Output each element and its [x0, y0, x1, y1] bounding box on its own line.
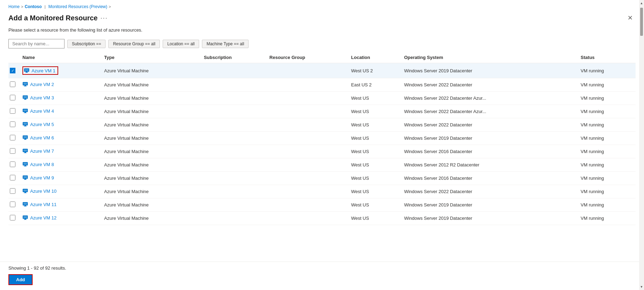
add-monitored-resource-panel: Home > Contoso | Monitored Resources (Pr… [0, 0, 644, 290]
row-os-cell: Windows Server 2019 Datacenter [403, 198, 579, 212]
vm-icon [22, 215, 28, 220]
row-checkbox[interactable] [10, 175, 15, 180]
vm-name-link[interactable]: Azure VM 3 [30, 95, 54, 100]
row-checkbox[interactable] [10, 215, 15, 220]
location-filter[interactable]: Location == all [163, 40, 199, 48]
vm-name-link[interactable]: Azure VM 5 [30, 122, 54, 127]
breadcrumb-home[interactable]: Home [8, 4, 20, 9]
vm-name-link[interactable]: Azure VM 6 [30, 135, 54, 140]
row-location-cell: West US [350, 198, 403, 212]
vm-icon [22, 148, 28, 154]
row-checkbox[interactable] [10, 188, 15, 194]
svg-rect-39 [24, 166, 27, 166]
vm-icon [22, 95, 28, 100]
svg-rect-18 [25, 112, 26, 113]
table-row[interactable]: Azure VM 11 Azure Virtual MachineWest US… [8, 198, 636, 212]
table-row[interactable]: Azure VM 2 Azure Virtual MachineEast US … [8, 78, 636, 92]
col-header-location: Location [350, 52, 403, 63]
row-checkbox-cell [8, 212, 21, 225]
vm-name-link[interactable]: Azure VM 1 [32, 68, 55, 73]
selected-row-name-wrapper: Azure VM 1 [22, 66, 58, 75]
breadcrumb: Home > Contoso | Monitored Resources (Pr… [0, 0, 644, 11]
search-input[interactable] [8, 39, 65, 48]
scrollbar[interactable]: ▲ ▼ [639, 0, 644, 290]
svg-rect-28 [25, 139, 26, 139]
col-header-name: Name [21, 52, 103, 63]
resource-group-filter[interactable]: Resource Group == all [108, 40, 160, 48]
svg-rect-42 [23, 176, 27, 178]
svg-rect-48 [25, 192, 26, 193]
table-row[interactable]: ✓ Azure VM 1 Azure Virtual MachineWest U… [8, 63, 636, 78]
row-subscription-cell [202, 105, 268, 118]
row-checkbox-cell [8, 78, 21, 92]
svg-rect-24 [24, 126, 27, 126]
vm-name-link[interactable]: Azure VM 10 [30, 189, 56, 194]
row-checkbox[interactable] [10, 148, 15, 154]
row-subscription-cell [202, 145, 268, 158]
svg-rect-12 [23, 96, 27, 98]
row-checkbox[interactable] [10, 202, 15, 207]
vm-icon [22, 135, 28, 140]
vm-icon [22, 162, 28, 167]
scroll-up-arrow[interactable]: ▲ [639, 0, 644, 6]
row-name-wrapper: Azure VM 11 [22, 202, 56, 207]
table-row[interactable]: Azure VM 10 Azure Virtual MachineWest US… [8, 185, 636, 198]
row-name-wrapper: Azure VM 8 [22, 162, 54, 167]
scroll-down-arrow[interactable]: ▼ [639, 284, 644, 290]
svg-rect-3 [26, 72, 27, 72]
table-row[interactable]: Azure VM 5 Azure Virtual MachineWest USW… [8, 118, 636, 132]
subscription-filter[interactable]: Subscription == [67, 40, 106, 48]
row-checkbox[interactable] [10, 81, 15, 87]
row-checkbox[interactable] [10, 135, 15, 140]
row-name-cell: Azure VM 1 [21, 63, 103, 78]
vm-name-link[interactable]: Azure VM 11 [30, 202, 56, 207]
vm-name-link[interactable]: Azure VM 2 [30, 82, 54, 87]
row-checkbox-cell [8, 105, 21, 118]
row-location-cell: West US [350, 118, 403, 132]
vm-name-link[interactable]: Azure VM 9 [30, 175, 54, 180]
row-name-wrapper: Azure VM 9 [22, 175, 54, 180]
col-header-status: Status [579, 52, 636, 63]
checkbox-checked[interactable]: ✓ [10, 68, 15, 73]
row-checkbox-cell [8, 172, 21, 185]
machine-type-filter[interactable]: Machine Type == all [202, 40, 249, 48]
svg-rect-54 [24, 206, 27, 206]
table-row[interactable]: Azure VM 8 Azure Virtual MachineWest USW… [8, 158, 636, 172]
table-row[interactable]: Azure VM 4 Azure Virtual MachineWest USW… [8, 105, 636, 118]
row-location-cell: West US [350, 145, 403, 158]
add-button[interactable]: Add [8, 274, 33, 285]
svg-rect-38 [25, 165, 26, 166]
row-status-cell: VM running [579, 92, 636, 105]
vm-name-link[interactable]: Azure VM 8 [30, 162, 54, 167]
col-header-os: Operating System [403, 52, 579, 63]
more-options-button[interactable]: ··· [100, 14, 108, 22]
row-checkbox[interactable] [10, 95, 15, 100]
row-checkbox[interactable] [10, 108, 15, 114]
row-type-cell: Azure Virtual Machine [103, 172, 202, 185]
breadcrumb-monitored[interactable]: Monitored Resources (Preview) [48, 4, 107, 9]
row-name-cell: Azure VM 10 [21, 185, 103, 198]
table-row[interactable]: Azure VM 12 Azure Virtual MachineWest US… [8, 212, 636, 225]
table-row[interactable]: Azure VM 9 Azure Virtual MachineWest USW… [8, 172, 636, 185]
scroll-thumb[interactable] [640, 8, 643, 36]
vm-name-link[interactable]: Azure VM 4 [30, 108, 54, 114]
table-row[interactable]: Azure VM 3 Azure Virtual MachineWest USW… [8, 92, 636, 105]
row-name-wrapper: Azure VM 12 [22, 215, 56, 220]
close-button[interactable]: ✕ [625, 13, 636, 23]
table-row[interactable]: Azure VM 6 Azure Virtual MachineWest USW… [8, 132, 636, 145]
breadcrumb-contoso[interactable]: Contoso [25, 4, 42, 9]
svg-rect-23 [25, 125, 26, 126]
vm-name-link[interactable]: Azure VM 7 [30, 149, 54, 154]
row-checkbox[interactable] [10, 121, 15, 127]
row-checkbox[interactable] [10, 162, 15, 167]
table-header-row: Name Type Subscription Resource Group Lo… [8, 52, 636, 63]
table-row[interactable]: Azure VM 7 Azure Virtual MachineWest USW… [8, 145, 636, 158]
col-header-subscription: Subscription [202, 52, 268, 63]
svg-rect-43 [25, 179, 26, 179]
row-status-cell: VM running [579, 185, 636, 198]
row-os-cell: Windows Server 2016 Datacenter [403, 145, 579, 158]
svg-rect-37 [23, 163, 27, 165]
vm-name-link[interactable]: Azure VM 12 [30, 215, 56, 220]
panel-description: Please select a resource from the follow… [0, 26, 644, 37]
row-resource-group-cell [268, 105, 350, 118]
